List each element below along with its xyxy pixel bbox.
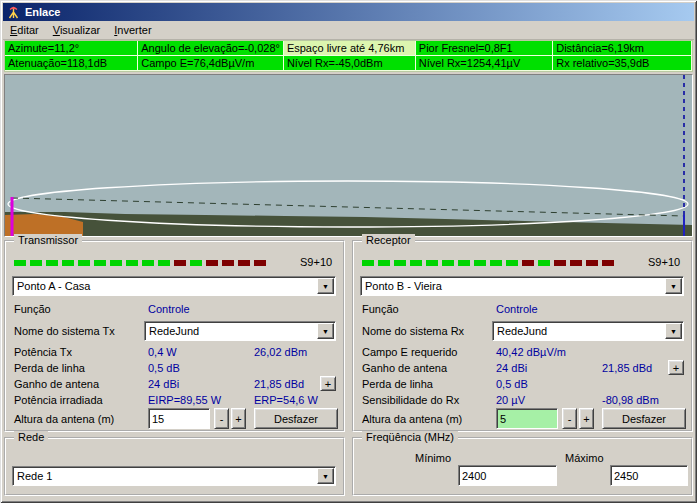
profile-chart [4,74,693,237]
menu-inverter[interactable]: Inverter [107,22,158,38]
transmitter-group: Transmissor S9+10 Ponto A - Casa ▼ Funçã… [4,240,345,432]
chevron-down-icon[interactable]: ▼ [665,323,682,339]
chart-background [5,75,692,236]
tx-power-watts: 0,4 W [148,346,177,358]
info-cell: Pior Fresnel=0,8F1 [416,41,553,56]
tx-line-loss-label: Perda de linha [14,362,85,374]
frequency-group-title: Freqüência (MHz) [362,431,458,443]
rx-funcao-label: Função [362,303,399,315]
tx-signal-level: S9+10 [300,256,332,268]
rx-line-loss-label: Perda de linha [362,378,433,390]
info-cell: Nível Rx=-45,0dBm [284,56,416,71]
signal-meter-segment [174,260,186,266]
tx-power-dbm: 26,02 dBm [254,346,307,358]
frequency-min-input[interactable] [458,465,557,486]
tx-funcao-value: Controle [148,303,190,315]
tx-antenna-height-input[interactable] [148,408,210,429]
tx-radiated-power-label: Potência irradiada [14,394,103,406]
tx-funcao-label: Função [14,303,51,315]
rx-antenna-gain-dbi: 24 dBi [496,362,527,374]
signal-meter-segment [378,260,390,266]
rx-signal-meter [362,260,614,266]
rx-antenna-gain-dbd: 21,85 dBd [602,362,652,374]
tx-undo-button[interactable]: Desfazer [254,408,338,429]
rx-line-loss-value: 0,5 dB [496,378,528,390]
link-info-bar: Azimute=11,2°Angulo de elevação=-0,028°E… [4,40,693,72]
rx-antenna-height-label: Altura da antena (m) [362,413,462,425]
tx-eirp-value: EIRP=89,55 W [148,394,221,406]
info-cell: Espaço livre até 4,76km [284,41,416,56]
rx-signal-level: S9+10 [648,256,680,268]
signal-meter-segment [586,260,598,266]
rx-required-field-label: Campo E requerido [362,346,457,358]
frequency-group: Freqüência (MHz) Mínimo Máximo [352,437,693,496]
signal-meter-segment [410,260,422,266]
signal-meter-segment [62,260,74,266]
rx-system-value: RedeJund [493,322,665,340]
signal-meter-segment [222,260,234,266]
chevron-down-icon[interactable]: ▼ [665,278,682,294]
signal-meter-segment [142,260,154,266]
chevron-down-icon[interactable]: ▼ [317,468,334,484]
menu-visualizar[interactable]: Visualizar [46,22,108,38]
tx-system-value: RedeJund [145,322,317,340]
tx-site-select[interactable]: Ponto A - Casa ▼ [12,276,336,296]
tx-antenna-gain-label: Ganho de antena [14,378,99,390]
signal-meter-segment [602,260,614,266]
signal-meter-segment [14,260,26,266]
tx-antenna-gain-plus-button[interactable]: + [320,376,336,391]
tx-height-decrease-button[interactable]: - [214,408,229,429]
rx-antenna-height-input[interactable] [496,408,558,429]
signal-meter-segment [126,260,138,266]
chevron-down-icon[interactable]: ▼ [317,323,334,339]
signal-meter-segment [94,260,106,266]
enlace-window: Enlace Editar Visualizar Inverter Azimut… [0,0,697,503]
frequency-min-label: Mínimo [415,452,451,464]
signal-meter-segment [426,260,438,266]
rx-system-select[interactable]: RedeJund ▼ [492,321,684,341]
menu-editar[interactable]: Editar [3,22,46,38]
tx-power-label: Potência Tx [14,346,72,358]
tx-height-increase-button[interactable]: + [231,408,246,429]
info-cell: Angulo de elevação=-0,028° [138,41,284,56]
signal-meter-segment [442,260,454,266]
rx-sensitivity-dbm: -80,98 dBm [602,394,659,406]
rx-height-increase-button[interactable]: + [579,408,594,429]
signal-meter-segment [506,260,518,266]
receiver-group: Receptor S9+10 Ponto B - Vieira ▼ Função… [352,240,693,432]
tx-antenna-gain-dbd: 21,85 dBd [254,378,304,390]
app-icon [6,5,21,20]
titlebar[interactable]: Enlace [3,3,694,21]
rx-undo-button[interactable]: Desfazer [602,408,686,429]
chevron-down-icon[interactable]: ▼ [317,278,334,294]
tx-line-loss-value: 0,5 dB [148,362,180,374]
info-cell: Rx relativo=35,9dB [553,56,692,71]
tx-system-select[interactable]: RedeJund ▼ [144,321,336,341]
rx-sensitivity-label: Sensibilidade do Rx [362,394,459,406]
signal-meter-segment [254,260,266,266]
rx-site-select[interactable]: Ponto B - Vieira ▼ [360,276,684,296]
rx-antenna-gain-plus-button[interactable]: + [668,360,684,375]
tx-system-label: Nome do sistema Tx [14,325,115,337]
receiver-group-title: Receptor [362,234,415,246]
menubar: Editar Visualizar Inverter [3,21,694,40]
frequency-max-input[interactable] [610,465,688,486]
info-cell: Azimute=11,2° [5,41,138,56]
network-group-title: Rede [14,431,48,443]
network-group: Rede Rede 1 ▼ [4,437,345,496]
tx-antenna-height-label: Altura da antena (m) [14,413,114,425]
rx-system-label: Nome do sistema Rx [362,325,464,337]
signal-meter-segment [538,260,550,266]
rx-height-decrease-button[interactable]: - [562,408,577,429]
info-cell: Campo E=76,4dBµV/m [138,56,284,71]
transmitter-group-title: Transmissor [14,234,82,246]
signal-meter-segment [522,260,534,266]
network-select[interactable]: Rede 1 ▼ [12,466,336,486]
rx-antenna-gain-label: Ganho de antena [362,362,447,374]
info-cell: Atenuação=118,1dB [5,56,138,71]
signal-meter-segment [46,260,58,266]
signal-meter-segment [554,260,566,266]
info-cell: Nível Rx=1254,41µV [416,56,553,71]
info-row-2: Atenuação=118,1dBCampo E=76,4dBµV/mNível… [5,56,692,71]
signal-meter-segment [474,260,486,266]
